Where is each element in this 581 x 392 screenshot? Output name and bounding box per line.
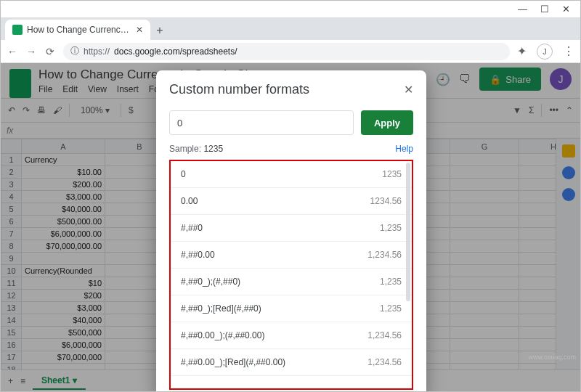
cell[interactable] — [519, 327, 556, 339]
cell[interactable] — [450, 179, 519, 191]
cell[interactable] — [519, 203, 556, 216]
url-input[interactable]: ⓘ https://docs.google.com/spreadsheets/ — [63, 43, 510, 60]
cell[interactable] — [519, 290, 556, 302]
cell[interactable] — [450, 216, 519, 228]
row-header[interactable]: 10 — [1, 265, 22, 277]
print-button[interactable]: 🖶 — [37, 105, 46, 115]
row-header[interactable]: 9 — [1, 253, 22, 265]
format-list-item[interactable]: #,##01,235 — [171, 215, 412, 242]
undo-button[interactable]: ↶ — [8, 105, 15, 115]
cell[interactable] — [519, 277, 556, 290]
filter-icon[interactable]: ▼ — [513, 105, 521, 115]
format-list-item[interactable]: #,##0_);[Red](#,##0)1,235 — [171, 295, 412, 322]
cell[interactable]: $40,000 — [22, 314, 105, 327]
all-sheets-button[interactable]: ≡ — [20, 376, 25, 386]
cell[interactable]: $10.00 — [22, 166, 105, 179]
cell[interactable] — [519, 154, 556, 166]
sheet-tab-active[interactable]: Sheet1 ▾ — [33, 372, 86, 390]
menu-file[interactable]: File — [38, 84, 52, 94]
window-maximize-button[interactable]: ☐ — [540, 4, 549, 15]
cell[interactable]: $500,000 — [22, 327, 105, 339]
format-input[interactable] — [169, 110, 354, 135]
zoom-select[interactable]: 100% ▾ — [77, 103, 113, 118]
cell[interactable]: $200.00 — [22, 179, 105, 191]
calendar-icon[interactable] — [562, 144, 575, 158]
cell[interactable]: $70,000,000 — [22, 351, 105, 364]
site-info-icon[interactable]: ⓘ — [70, 45, 79, 57]
account-avatar[interactable]: J — [550, 68, 572, 90]
row-header[interactable]: 8 — [1, 240, 22, 253]
cell[interactable] — [450, 277, 519, 290]
row-header[interactable]: 14 — [1, 314, 22, 327]
cell[interactable]: Currency(Rounded — [22, 265, 105, 277]
cell[interactable]: $40,000.00 — [22, 203, 105, 216]
cell[interactable] — [22, 364, 105, 370]
column-header[interactable]: G — [450, 139, 519, 154]
cell[interactable] — [519, 179, 556, 191]
cell[interactable] — [519, 191, 556, 203]
browser-menu-icon[interactable]: ⋮ — [563, 44, 574, 58]
dialog-close-button[interactable]: ✕ — [404, 83, 413, 97]
cell[interactable] — [450, 166, 519, 179]
comments-icon[interactable]: 🗨 — [459, 73, 471, 86]
cell[interactable] — [519, 166, 556, 179]
cell[interactable] — [450, 240, 519, 253]
format-list-item[interactable]: #,##0.00_);[Red](#,##0.00)1,234.56 — [171, 349, 412, 376]
tasks-icon[interactable] — [562, 188, 575, 201]
column-header[interactable]: A — [22, 139, 105, 154]
row-header[interactable]: 13 — [1, 302, 22, 314]
cell[interactable] — [450, 314, 519, 327]
toolbar-overflow-button[interactable]: ••• — [549, 105, 558, 115]
tab-close-icon[interactable]: ✕ — [136, 25, 143, 35]
sheets-logo-icon[interactable] — [9, 69, 31, 98]
cell[interactable]: Currency — [22, 154, 105, 166]
help-link[interactable]: Help — [395, 144, 413, 154]
format-currency-button[interactable]: $ — [129, 105, 134, 115]
profile-button[interactable]: J — [537, 44, 553, 60]
history-icon[interactable]: 🕘 — [436, 73, 450, 86]
menu-insert[interactable]: Insert — [117, 84, 139, 94]
cell[interactable] — [450, 154, 519, 166]
format-list-item[interactable]: #,##0_);(#,##0)1,235 — [171, 269, 412, 295]
format-list-item[interactable]: #,##0.00_);(#,##0.00)1,234.56 — [171, 322, 412, 349]
row-header[interactable]: 4 — [1, 191, 22, 203]
row-header[interactable]: 12 — [1, 290, 22, 302]
cell[interactable]: $500,000.00 — [22, 216, 105, 228]
cell[interactable] — [450, 351, 519, 364]
window-close-button[interactable]: ✕ — [562, 4, 570, 15]
extensions-icon[interactable]: ✦ — [517, 44, 527, 58]
redo-button[interactable]: ↷ — [23, 105, 30, 115]
add-sheet-button[interactable]: + — [8, 376, 13, 386]
cell[interactable] — [450, 339, 519, 351]
row-header[interactable]: 1 — [1, 154, 22, 166]
cell[interactable]: $200 — [22, 290, 105, 302]
cell[interactable] — [450, 290, 519, 302]
cell[interactable] — [450, 364, 519, 370]
cell[interactable] — [450, 302, 519, 314]
scrollbar-thumb[interactable] — [406, 163, 410, 301]
browser-tab[interactable]: How to Change Currency in Goo ✕ — [5, 20, 150, 40]
cell[interactable] — [519, 339, 556, 351]
cell[interactable] — [450, 203, 519, 216]
row-header[interactable]: 2 — [1, 166, 22, 179]
forward-button[interactable]: → — [25, 46, 37, 57]
cell[interactable] — [519, 302, 556, 314]
cell[interactable] — [22, 253, 105, 265]
cell[interactable]: $70,000,000.00 — [22, 240, 105, 253]
format-list[interactable]: 012350.001234.56#,##01,235#,##0.001,234.… — [169, 160, 413, 390]
sidepanel-toggle-button[interactable]: ⌃ — [566, 105, 573, 115]
row-header[interactable]: 16 — [1, 339, 22, 351]
back-button[interactable]: ← — [7, 46, 18, 57]
menu-view[interactable]: View — [88, 84, 107, 94]
cell[interactable] — [519, 240, 556, 253]
window-minimize-button[interactable]: — — [518, 4, 527, 15]
row-header[interactable]: 7 — [1, 228, 22, 240]
row-header[interactable]: 15 — [1, 327, 22, 339]
row-header[interactable]: 5 — [1, 203, 22, 216]
functions-icon[interactable]: Σ — [529, 105, 534, 115]
apply-button[interactable]: Apply — [361, 110, 413, 135]
select-all-corner[interactable] — [1, 139, 22, 154]
cell[interactable] — [519, 228, 556, 240]
cell[interactable]: $3,000.00 — [22, 191, 105, 203]
format-list-item[interactable]: 01235 — [171, 161, 412, 188]
